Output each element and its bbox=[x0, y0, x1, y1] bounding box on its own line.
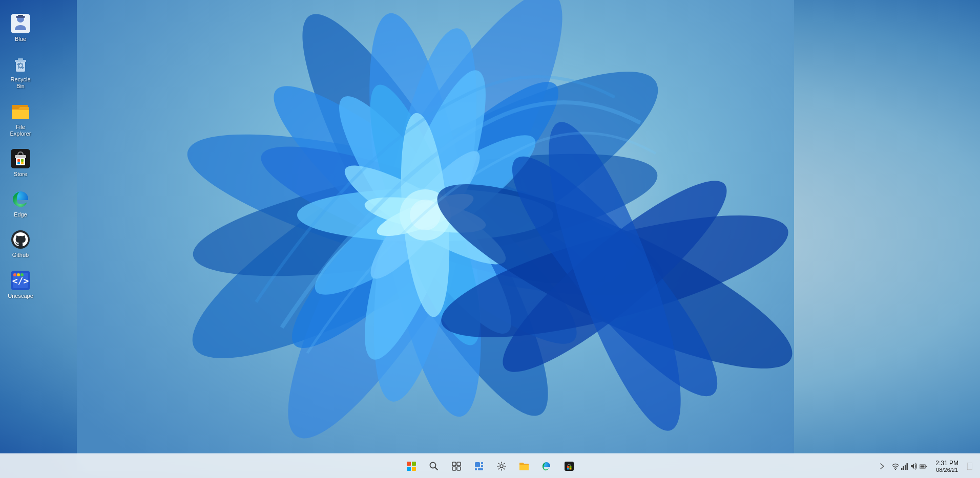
desktop-icon-store[interactable]: Store bbox=[2, 145, 39, 181]
store-icon bbox=[10, 148, 31, 169]
svg-point-44 bbox=[13, 273, 16, 276]
svg-rect-66 bbox=[567, 468, 569, 469]
svg-rect-76 bbox=[967, 463, 972, 470]
svg-line-52 bbox=[435, 467, 437, 470]
svg-rect-74 bbox=[926, 466, 927, 467]
svg-rect-72 bbox=[907, 463, 908, 470]
svg-rect-69 bbox=[901, 468, 903, 470]
widgets-button[interactable] bbox=[469, 456, 489, 476]
task-view-button[interactable] bbox=[446, 456, 467, 476]
edge-taskbar-button[interactable] bbox=[536, 456, 557, 476]
system-tray: 2:31 PM 08/26/21 bbox=[877, 456, 980, 476]
svg-point-20 bbox=[373, 186, 477, 244]
github-label: Github bbox=[12, 252, 29, 258]
unescape-icon: </> bbox=[10, 270, 31, 291]
start-button[interactable] bbox=[401, 456, 422, 476]
svg-point-12 bbox=[300, 116, 550, 314]
svg-rect-71 bbox=[905, 465, 906, 470]
svg-rect-49 bbox=[407, 467, 411, 471]
svg-point-19 bbox=[362, 190, 488, 240]
clock[interactable]: 2:31 PM 08/26/21 bbox=[931, 459, 963, 474]
svg-point-21 bbox=[400, 189, 451, 241]
desktop-icon-unescape[interactable]: </> Unescape bbox=[2, 267, 39, 302]
svg-rect-50 bbox=[412, 467, 416, 471]
svg-point-26 bbox=[484, 159, 746, 394]
show-desktop-button[interactable] bbox=[964, 456, 976, 476]
svg-point-22 bbox=[410, 200, 441, 230]
desktop-icon-recycle-bin[interactable]: Recycle Bin bbox=[2, 51, 39, 93]
taskbar: 2:31 PM 08/26/21 bbox=[0, 453, 980, 478]
svg-point-27 bbox=[524, 110, 705, 443]
svg-rect-54 bbox=[457, 462, 461, 466]
clock-date: 08/26/21 bbox=[936, 467, 958, 473]
svg-point-10 bbox=[249, 122, 601, 308]
volume-icon bbox=[910, 462, 918, 470]
recycle-bin-icon bbox=[10, 54, 31, 74]
blue-icon bbox=[10, 13, 31, 34]
svg-rect-38 bbox=[17, 162, 20, 164]
svg-point-5 bbox=[185, 128, 665, 301]
svg-rect-58 bbox=[481, 462, 483, 464]
svg-rect-67 bbox=[569, 468, 571, 469]
unescape-label: Unescape bbox=[8, 293, 33, 299]
svg-rect-64 bbox=[567, 466, 569, 468]
edge-icon bbox=[10, 189, 31, 209]
taskbar-center bbox=[401, 456, 579, 476]
svg-point-46 bbox=[20, 273, 24, 276]
search-taskbar-button[interactable] bbox=[424, 456, 444, 476]
svg-point-62 bbox=[500, 465, 503, 468]
svg-point-1 bbox=[164, 29, 687, 401]
battery-icon bbox=[919, 462, 927, 470]
show-hidden-icons-button[interactable] bbox=[877, 456, 887, 476]
svg-point-13 bbox=[343, 60, 508, 370]
svg-rect-37 bbox=[21, 159, 24, 162]
svg-point-68 bbox=[895, 468, 896, 469]
svg-rect-55 bbox=[452, 467, 456, 470]
wifi-icon bbox=[891, 462, 900, 470]
network-icon bbox=[901, 462, 909, 470]
svg-rect-53 bbox=[452, 462, 456, 466]
system-tray-icons[interactable] bbox=[888, 460, 930, 472]
svg-point-2 bbox=[174, 102, 676, 328]
svg-point-25 bbox=[489, 136, 741, 417]
file-explorer-icon bbox=[10, 101, 31, 122]
svg-point-16 bbox=[335, 151, 515, 278]
svg-point-9 bbox=[353, 21, 497, 408]
svg-point-45 bbox=[17, 273, 20, 276]
svg-point-23 bbox=[419, 153, 794, 400]
svg-point-18 bbox=[394, 111, 457, 319]
store-taskbar-button[interactable] bbox=[559, 456, 579, 476]
svg-rect-39 bbox=[21, 162, 24, 164]
file-explorer-taskbar-button[interactable] bbox=[514, 456, 534, 476]
svg-rect-48 bbox=[412, 462, 416, 466]
svg-point-15 bbox=[297, 188, 553, 242]
svg-rect-61 bbox=[481, 465, 483, 467]
svg-rect-47 bbox=[407, 462, 411, 466]
svg-point-17 bbox=[359, 140, 492, 289]
desktop-icon-github[interactable]: Github bbox=[2, 226, 39, 262]
desktop: Blue Recycle Bin bbox=[0, 0, 980, 478]
svg-point-4 bbox=[268, 0, 583, 439]
svg-text:</>: </> bbox=[12, 275, 29, 286]
svg-point-7 bbox=[267, 57, 582, 372]
desktop-icon-blue[interactable]: Blue bbox=[2, 10, 39, 46]
svg-rect-75 bbox=[921, 465, 925, 467]
svg-point-8 bbox=[347, 6, 504, 424]
settings-taskbar-button[interactable] bbox=[491, 456, 512, 476]
store-label: Store bbox=[14, 171, 27, 178]
svg-rect-31 bbox=[18, 15, 23, 16]
svg-rect-36 bbox=[17, 159, 20, 162]
clock-time: 2:31 PM bbox=[935, 460, 958, 467]
svg-rect-59 bbox=[475, 468, 477, 470]
desktop-icons-container: Blue Recycle Bin bbox=[0, 5, 41, 308]
svg-point-24 bbox=[431, 190, 794, 362]
edge-label: Edge bbox=[14, 211, 27, 218]
desktop-icon-file-explorer[interactable]: File Explorer bbox=[2, 98, 39, 140]
svg-rect-56 bbox=[457, 467, 461, 470]
recycle-bin-label: Recycle Bin bbox=[6, 76, 35, 90]
svg-rect-34 bbox=[18, 58, 23, 60]
svg-rect-0 bbox=[77, 0, 794, 471]
file-explorer-label: File Explorer bbox=[6, 124, 35, 137]
github-icon bbox=[10, 229, 31, 250]
desktop-icon-edge[interactable]: Edge bbox=[2, 186, 39, 221]
